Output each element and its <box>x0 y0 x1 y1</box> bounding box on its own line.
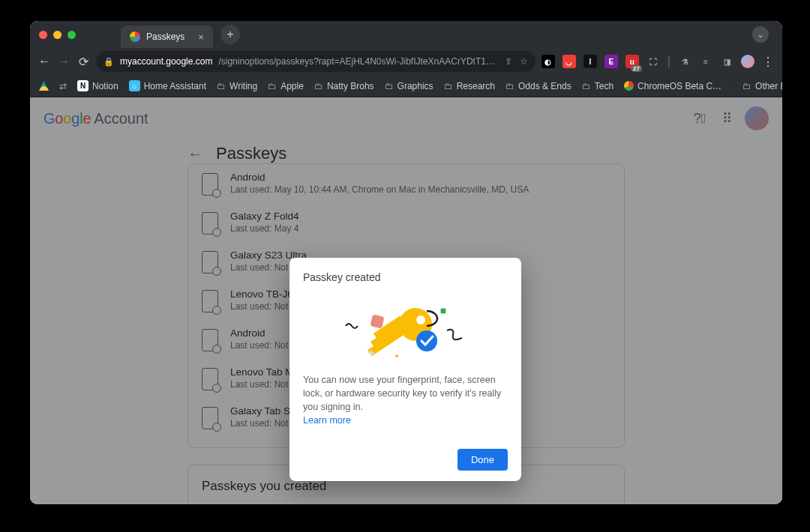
ext-ublock-icon[interactable]: u 27 <box>626 55 639 68</box>
bookmark-swap[interactable]: ⇄ <box>59 81 67 91</box>
ext-sidepanel-icon[interactable]: ◨ <box>720 55 734 68</box>
svg-point-5 <box>395 354 398 357</box>
dialog-body-text: You can now use your fingerprint, face, … <box>303 375 501 412</box>
bookmark-other[interactable]: 🗀Other Bookmarks <box>742 81 782 91</box>
nav-forward-button[interactable]: → <box>57 55 70 68</box>
learn-more-link[interactable]: Learn more <box>303 415 351 426</box>
ext-icon-3[interactable]: I <box>584 55 597 68</box>
url-domain: myaccount.google.com <box>120 56 212 67</box>
window-zoom-button[interactable] <box>68 31 76 39</box>
extension-icons: ◐ ◡ I E u 27 ⛶ | ⚗ ≡ ◨ ⋮ <box>542 55 775 69</box>
lock-icon: 🔒 <box>104 57 114 67</box>
tab-close-icon[interactable]: × <box>198 31 204 43</box>
nav-reload-button[interactable]: ⟳ <box>76 55 90 69</box>
window-titlebar: Passkeys × + ⌄ <box>30 21 782 48</box>
svg-point-3 <box>416 315 425 324</box>
nav-back-button[interactable]: ← <box>38 55 51 68</box>
ext-icon-1[interactable]: ◐ <box>542 55 555 68</box>
bookmark-drive[interactable] <box>39 81 49 91</box>
window-close-button[interactable] <box>39 31 47 39</box>
new-tab-button[interactable]: + <box>220 25 240 44</box>
ext-icon-4[interactable]: E <box>604 55 618 68</box>
profile-avatar-icon[interactable] <box>741 55 754 68</box>
url-path: /signinoptions/passkeys?rapt=AEjHL4N0sWi… <box>218 56 498 67</box>
tab-favicon <box>130 31 140 42</box>
dialog-title: Passkey created <box>303 271 508 283</box>
bookmark-folder-odds[interactable]: 🗀Odds & Ends <box>506 81 572 91</box>
ext-list-icon[interactable]: ≡ <box>699 55 712 68</box>
bookmark-folder-writing[interactable]: 🗀Writing <box>217 81 257 91</box>
browser-toolbar: ← → ⟳ 🔒 myaccount.google.com /signinopti… <box>30 48 782 75</box>
tab-title: Passkeys <box>146 31 184 42</box>
ext-labs-icon[interactable]: ⚗ <box>678 55 692 68</box>
bookmark-chromeos[interactable]: ChromeOS Beta C… <box>624 81 722 91</box>
svg-rect-0 <box>370 315 384 329</box>
bookmark-folder-apple[interactable]: 🗀Apple <box>268 81 304 91</box>
share-icon[interactable]: ⇪ <box>505 56 512 67</box>
bookmark-folder-natty[interactable]: 🗀Natty Brohs <box>314 81 374 91</box>
ext-badge: 27 <box>631 65 642 72</box>
page-content: Google Account ?⃝ ⠿ ← Passkeys Android L… <box>30 97 782 504</box>
browser-menu-button[interactable]: ⋮ <box>762 55 775 69</box>
tab-overflow-button[interactable]: ⌄ <box>752 26 769 43</box>
window-traffic-lights <box>39 31 76 39</box>
bookmark-folder-graphics[interactable]: 🗀Graphics <box>385 81 434 91</box>
browser-window: Passkeys × + ⌄ ← → ⟳ 🔒 myaccount.google.… <box>30 21 782 504</box>
dialog-body: You can now use your fingerprint, face, … <box>303 373 508 428</box>
ext-pocket-icon[interactable]: ◡ <box>562 55 576 68</box>
done-button[interactable]: Done <box>458 449 508 471</box>
bookmark-folder-tech[interactable]: 🗀Tech <box>582 81 614 91</box>
address-bar[interactable]: 🔒 myaccount.google.com /signinoptions/pa… <box>96 51 536 72</box>
bookmark-home-assistant[interactable]: ⌂Home Assistant <box>129 80 206 91</box>
dialog-illustration <box>303 291 508 366</box>
bookmark-folder-research[interactable]: 🗀Research <box>444 81 495 91</box>
bookmarks-bar: ⇄ NNotion ⌂Home Assistant 🗀Writing 🗀Appl… <box>30 75 782 97</box>
bookmark-star-icon[interactable]: ☆ <box>520 56 528 67</box>
passkey-created-dialog: Passkey created <box>290 258 521 481</box>
browser-tab[interactable]: Passkeys × <box>121 25 213 48</box>
extensions-puzzle-icon[interactable]: ⛶ <box>646 55 660 68</box>
svg-point-4 <box>416 330 437 351</box>
bookmark-notion[interactable]: NNotion <box>77 80 118 91</box>
window-minimize-button[interactable] <box>53 31 62 39</box>
